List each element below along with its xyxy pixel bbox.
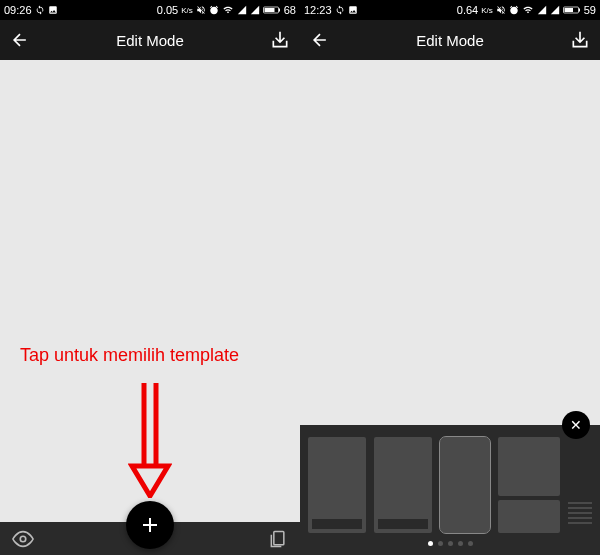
image-icon [348,5,358,15]
close-panel-button[interactable]: ✕ [562,411,590,439]
template-thumbnail[interactable] [308,437,366,533]
preview-button[interactable] [12,528,34,550]
template-thumbnail[interactable] [374,437,432,533]
alarm-icon [509,5,519,15]
sync-icon [335,5,345,15]
wifi-icon [222,5,234,15]
close-icon: ✕ [570,417,582,433]
mute-icon [496,5,506,15]
app-bar-right: Edit Mode [300,20,600,60]
template-picker-panel: ✕ [300,425,600,555]
svg-point-6 [20,536,26,542]
battery-icon [263,5,281,15]
net-speed-left: 0.05 [157,4,178,16]
svg-rect-1 [279,9,280,12]
page-dot[interactable] [468,541,473,546]
svg-rect-4 [579,9,580,12]
wifi-icon [522,5,534,15]
add-template-fab[interactable] [126,501,174,549]
back-button[interactable] [10,30,30,50]
page-dot[interactable] [458,541,463,546]
download-button[interactable] [570,30,590,50]
page-dot[interactable] [428,541,433,546]
mute-icon [196,5,206,15]
battery-icon [563,5,581,15]
status-bar-right: 12:23 0.64 K/s 59 [300,0,600,20]
signal-icon-2 [550,5,560,15]
template-thumbnail[interactable] [498,437,560,533]
signal-icon [237,5,247,15]
page-title-left: Edit Mode [30,32,270,49]
image-icon [48,5,58,15]
page-dot[interactable] [448,541,453,546]
status-bar-left: 09:26 0.05 K/s 68 [0,0,300,20]
back-button[interactable] [310,30,330,50]
battery-pct-right: 59 [584,4,596,16]
signal-icon [537,5,547,15]
sync-icon [35,5,45,15]
layers-button[interactable] [268,529,288,549]
signal-icon-2 [250,5,260,15]
svg-rect-7 [274,531,284,544]
battery-pct-left: 68 [284,4,296,16]
download-button[interactable] [270,30,290,50]
page-title-right: Edit Mode [330,32,570,49]
svg-rect-5 [564,8,573,12]
app-bar-left: Edit Mode [0,20,300,60]
svg-rect-2 [264,8,274,12]
svg-marker-10 [132,466,168,496]
template-thumbnail[interactable] [568,437,592,524]
page-dot[interactable] [438,541,443,546]
tutorial-annotation: Tap untuk memilih template [20,345,239,366]
status-time-left: 09:26 [4,4,32,16]
net-unit-right: K/s [481,6,493,15]
alarm-icon [209,5,219,15]
tutorial-arrow-icon [128,378,172,498]
net-unit-left: K/s [181,6,193,15]
template-thumbnail[interactable] [440,437,490,533]
status-time-right: 12:23 [304,4,332,16]
page-indicator [308,541,592,546]
net-speed-right: 0.64 [457,4,478,16]
